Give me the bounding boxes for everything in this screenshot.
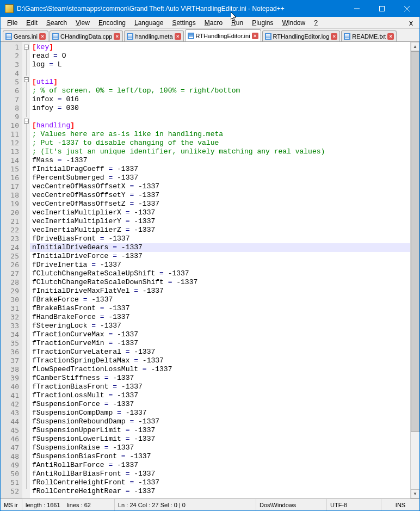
code-line[interactable]: fSteeringLock = -1337 [32, 322, 408, 330]
code-line[interactable]: fBrakeForce = -1337 [32, 295, 408, 304]
code-line[interactable]: fRollCentreHeightRear = -1337 [32, 487, 408, 496]
line-number[interactable]: 16 [1, 174, 19, 182]
scroll-thumb[interactable] [411, 51, 419, 432]
line-number[interactable]: 40 [1, 383, 19, 391]
code-line[interactable]: fCamberStiffness = -1337 [32, 374, 408, 383]
line-number[interactable]: 11 [1, 130, 19, 139]
code-line[interactable]: vecCentreOfMassOffsetZ = -1337 [32, 200, 408, 208]
line-number[interactable]: 9 [1, 113, 19, 121]
fold-column[interactable] [22, 42, 30, 498]
code-line[interactable]: fTractionBiasFront = -1337 [32, 383, 408, 391]
scroll-up-button[interactable]: ▲ [411, 42, 419, 51]
line-number[interactable]: 38 [1, 365, 19, 374]
tab-close-icon[interactable]: × [252, 33, 258, 39]
code-line[interactable]: fMass = -1337 [32, 156, 408, 165]
code-line[interactable]: fSuspensionRaise = -1337 [32, 444, 408, 452]
line-number[interactable]: 7 [1, 95, 19, 104]
code-line[interactable]: log = L [32, 60, 408, 69]
tab-rthandlingeditor-ini[interactable]: RTHandlingEditor.ini× [185, 29, 261, 41]
line-number[interactable]: 37 [1, 356, 19, 365]
menu-view[interactable]: View [71, 18, 94, 28]
code-line[interactable]: vecCentreOfMassOffsetY = -1337 [32, 191, 408, 200]
code-line[interactable]: fAntiRollBarForce = -1337 [32, 461, 408, 470]
code-line[interactable]: fSuspensionForce = -1337 [32, 400, 408, 409]
tab-gears-ini[interactable]: Gears.ini× [3, 30, 48, 41]
line-number[interactable]: 4 [1, 69, 19, 78]
line-number[interactable]: 28 [1, 278, 19, 287]
code-line[interactable]: fTractionLossMult = -1337 [32, 391, 408, 400]
line-number[interactable]: 48 [1, 452, 19, 461]
code-line[interactable]: vecCentreOfMassOffsetX = -1337 [32, 182, 408, 191]
line-number[interactable]: 35 [1, 339, 19, 348]
menu-run[interactable]: Run [227, 18, 248, 28]
line-number[interactable]: 52 [1, 487, 19, 496]
code-line[interactable]: fRollCentreHeightFront = -1337 [32, 478, 408, 487]
code-line[interactable]: nInitialDriveGears = -1337 [30, 243, 410, 252]
tab-handling-meta[interactable]: handling.meta× [124, 30, 183, 41]
line-number[interactable]: 44 [1, 417, 19, 426]
maximize-button[interactable] [369, 1, 394, 17]
line-number[interactable]: 36 [1, 348, 19, 356]
scroll-down-button[interactable]: ▼ [411, 489, 419, 498]
code-line[interactable]: ; % of screen. 0% = left/top, 100% = rig… [32, 87, 408, 95]
code-line[interactable]: ; (It's just an unique identifier, unlik… [32, 147, 408, 156]
line-number[interactable]: 32 [1, 313, 19, 322]
code-line[interactable]: vecInertiaMultiplierY = -1337 [32, 217, 408, 226]
vertical-scrollbar[interactable]: ▲ ▼ [410, 42, 419, 498]
code-line[interactable]: fTractionCurveMax = -1337 [32, 330, 408, 339]
line-number[interactable]: 8 [1, 104, 19, 113]
code-line[interactable]: fSuspensionBiasFront = -1337 [32, 452, 408, 461]
close-button[interactable] [394, 1, 419, 17]
line-number[interactable]: 20 [1, 208, 19, 217]
line-number[interactable]: 42 [1, 400, 19, 409]
line-number[interactable]: 46 [1, 435, 19, 444]
code-line[interactable]: fClutchChangeRateScaleDownShift = -1337 [32, 278, 408, 287]
tab-close-icon[interactable]: × [39, 33, 46, 40]
code-line[interactable]: fSuspensionLowerLimit = -1337 [32, 435, 408, 444]
code-line[interactable]: vecInertiaMultiplierZ = -1337 [32, 226, 408, 235]
line-number[interactable]: 51 [1, 478, 19, 487]
line-number[interactable]: 6 [1, 87, 19, 95]
line-number[interactable]: 18 [1, 191, 19, 200]
menu-edit[interactable]: Edit [22, 18, 42, 28]
code-line[interactable]: [key] [32, 43, 408, 52]
code-line[interactable]: fAntiRollBarBiasFront = -1337 [32, 470, 408, 478]
line-number[interactable]: 25 [1, 252, 19, 261]
fold-toggle-icon[interactable] [24, 45, 29, 50]
fold-toggle-icon[interactable] [24, 119, 29, 124]
code-line[interactable]: fTractionCurveMin = -1337 [32, 339, 408, 348]
code-line[interactable]: fInitialDragCoeff = -1337 [32, 165, 408, 174]
menu-search[interactable]: Search [42, 18, 71, 28]
line-number[interactable]: 39 [1, 374, 19, 383]
line-number[interactable]: 19 [1, 200, 19, 208]
menu-window[interactable]: Window [278, 18, 310, 28]
line-number[interactable]: 26 [1, 261, 19, 269]
menu-settings[interactable]: Settings [168, 18, 200, 28]
line-number[interactable]: 31 [1, 304, 19, 313]
line-number[interactable]: 12 [1, 139, 19, 147]
code-area[interactable]: [key]read = Olog = L [util]; % of screen… [30, 42, 410, 498]
tab-chandlingdata-cpp[interactable]: CHandlingData.cpp× [50, 30, 123, 41]
tab-close-icon[interactable]: × [114, 33, 120, 40]
menubar-close-icon[interactable]: x [405, 19, 417, 27]
menu-macro[interactable]: Macro [200, 18, 227, 28]
code-line[interactable]: ; Put -1337 to disable changing of the v… [32, 139, 408, 147]
line-number[interactable]: 30 [1, 295, 19, 304]
code-line[interactable]: fInitialDriveMaxFlatVel = -1337 [32, 287, 408, 295]
line-number[interactable]: 29 [1, 287, 19, 295]
line-number[interactable]: 33 [1, 322, 19, 330]
code-line[interactable]: fSuspensionUpperLimit = -1337 [32, 426, 408, 435]
code-line[interactable]: fDriveBiasFront = -1337 [32, 235, 408, 243]
line-number[interactable]: 10 [1, 121, 19, 130]
code-line[interactable]: ; Values here are as-is like in handling… [32, 130, 408, 139]
minimize-button[interactable] [344, 1, 369, 17]
line-number[interactable]: 49 [1, 461, 19, 470]
line-number[interactable]: 34 [1, 330, 19, 339]
code-line[interactable]: fTractionCurveLateral = -1337 [32, 348, 408, 356]
line-number[interactable]: 50 [1, 470, 19, 478]
code-line[interactable]: infox = 016 [32, 95, 408, 104]
code-line[interactable]: fHandBrakeForce = -1337 [32, 313, 408, 322]
menu-encoding[interactable]: Encoding [94, 18, 130, 28]
menu-file[interactable]: File [3, 18, 22, 28]
line-number[interactable]: 43 [1, 409, 19, 417]
